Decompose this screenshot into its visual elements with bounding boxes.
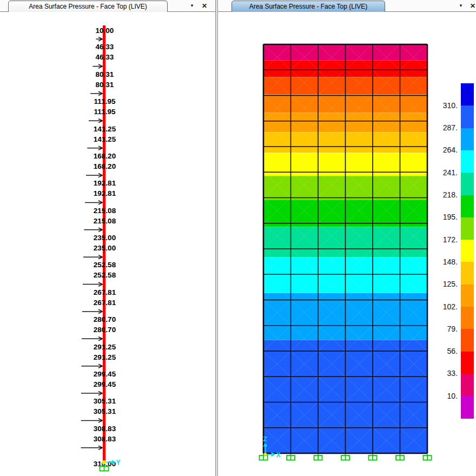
pressure-value-label: 111.95 (94, 97, 116, 105)
legend-value-label: 241. (218, 169, 458, 177)
legend-color-swatch (461, 128, 474, 151)
load-arrow (81, 392, 103, 395)
left-tab-title: Area Surface Pressure - Face Top (LIVE) (29, 3, 147, 10)
legend-value-label: 33. (218, 369, 458, 378)
load-arrow (90, 91, 102, 95)
pressure-value-label: 10.00 (96, 27, 114, 35)
pressure-value-label: 308.83 (94, 435, 116, 443)
load-arrow (92, 64, 102, 68)
support-icon (341, 454, 349, 460)
pressure-value-label: 299.45 (94, 380, 116, 388)
pressure-value-label: 168.20 (94, 152, 116, 160)
y-axis-label: Y (116, 459, 121, 466)
legend-value-label: 79. (218, 325, 458, 333)
legend-color-swatch (461, 83, 474, 106)
pressure-value-label: 215.08 (94, 207, 116, 215)
left-view-panel: 10.0046.3346.3380.3180.31111.95111.95141… (0, 0, 215, 476)
application-window: 10.0046.3346.3380.3180.31111.95111.95141… (0, 0, 476, 476)
load-arrow (89, 119, 103, 123)
legend-color-swatch (461, 217, 474, 240)
load-line (103, 25, 105, 461)
legend-color-swatch (461, 150, 474, 173)
pressure-value-label: 46.33 (96, 53, 114, 61)
legend-color-swatch (461, 307, 474, 329)
right-tab-title: Area Surface Pressure - Face Top (LIVE) (249, 3, 368, 10)
load-arrow (83, 282, 103, 286)
right-titlebar: Area Surface Pressure - Face Top (LIVE) … (218, 0, 476, 12)
pressure-value-label: 280.70 (94, 326, 116, 334)
support-icon (424, 454, 432, 460)
support-icon (369, 454, 377, 460)
load-arrow (87, 146, 102, 150)
legend-color-swatch (461, 352, 474, 374)
left-tab[interactable]: Area Surface Pressure - Face Top (LIVE) (8, 1, 168, 12)
origin-marker (102, 460, 106, 464)
load-arrow (81, 446, 103, 449)
legend-value-label: 10. (218, 392, 458, 400)
pressure-value-label: 280.70 (94, 315, 116, 323)
legend-color-swatch (461, 374, 474, 396)
pressure-value-label: 252.58 (94, 261, 116, 269)
load-arrow (81, 419, 103, 422)
pressure-value-label: 141.25 (94, 125, 116, 133)
left-titlebar: Area Surface Pressure - Face Top (LIVE) … (0, 0, 215, 12)
support-icon (314, 454, 322, 460)
pressure-value-label: 46.33 (96, 43, 114, 51)
right-tab[interactable]: Area Surface Pressure - Face Top (LIVE) (232, 1, 385, 12)
right-tab-close-icon[interactable]: ✕ (468, 0, 476, 11)
legend-color-swatch (461, 396, 474, 419)
z-axis-label: Z (263, 435, 267, 443)
legend-value-label: 148. (218, 258, 458, 266)
support-icon (396, 454, 404, 460)
pressure-value-label: 141.25 (94, 135, 116, 143)
left-tab-dropdown-icon[interactable]: ▼ (187, 0, 197, 11)
legend-value-label: 125. (218, 280, 458, 288)
pressure-value-label: 192.81 (94, 179, 116, 187)
legend-color-swatch (461, 329, 474, 352)
pressure-value-label: 192.81 (94, 189, 116, 197)
pressure-value-label: 291.25 (94, 343, 116, 351)
legend-value-label: 264. (218, 146, 458, 154)
pressure-value-label: 80.31 (96, 81, 114, 89)
pressure-value-label: 168.20 (94, 162, 116, 170)
load-arrow (82, 364, 103, 368)
right-view-panel: ZX 310.287.264.241.218.195.172.148.125.1… (218, 0, 476, 476)
pressure-value-label: 305.31 (94, 397, 116, 405)
load-arrow (96, 37, 103, 41)
pressure-value-label: 80.31 (96, 70, 114, 78)
load-arrow (82, 337, 102, 341)
pressure-value-label: 111.95 (94, 108, 116, 116)
legend-value-label: 287. (218, 124, 458, 132)
legend-value-label: 195. (218, 213, 458, 221)
legend-value-label: 172. (218, 236, 458, 244)
pressure-value-label: 252.58 (94, 271, 116, 279)
right-tab-dropdown-icon[interactable]: ▼ (456, 0, 466, 11)
x-axis-label: X (276, 451, 281, 459)
load-arrow (86, 174, 103, 177)
legend-color-swatch (461, 195, 474, 218)
pressure-value-label: 308.83 (94, 425, 116, 433)
legend-color-swatch (461, 105, 474, 128)
pressure-value-label: 267.81 (94, 299, 116, 307)
load-diagram-canvas[interactable]: 10.0046.3346.3380.3180.31111.95111.95141… (0, 0, 215, 476)
legend-color-swatch (461, 285, 474, 307)
support-icon (287, 454, 295, 460)
legend-value-label: 218. (218, 191, 458, 199)
pressure-value-label: 235.00 (94, 234, 116, 242)
legend-value-label: 102. (218, 303, 458, 311)
legend-color-swatch (461, 240, 474, 262)
load-arrow (82, 309, 103, 313)
legend-color-swatch (461, 173, 474, 195)
pressure-value-label: 235.00 (94, 244, 116, 252)
load-arrow (84, 228, 102, 232)
pressure-value-label: 305.31 (94, 407, 116, 415)
left-tab-close-icon[interactable]: ✕ (200, 0, 209, 11)
load-arrow (85, 201, 102, 204)
legend-value-label: 310. (218, 102, 458, 110)
load-arrow (83, 255, 102, 259)
pressure-value-label: 291.25 (94, 353, 116, 361)
pressure-value-label: 267.81 (94, 288, 116, 296)
legend-value-label: 56. (218, 347, 458, 355)
pressure-value-label: 299.45 (94, 370, 116, 378)
pressure-value-label: 215.08 (94, 217, 116, 225)
